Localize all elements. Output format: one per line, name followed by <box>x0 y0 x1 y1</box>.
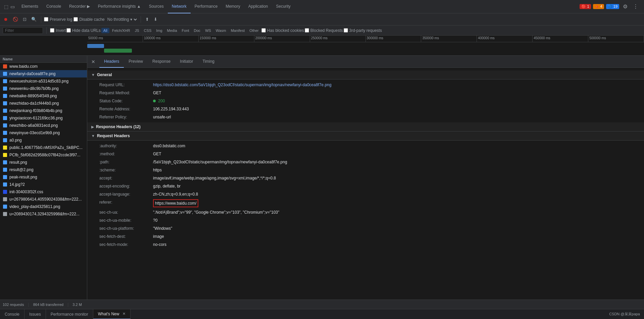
filter-btn-css[interactable]: CSS <box>142 28 154 33</box>
list-item[interactable]: a0.png <box>0 137 87 144</box>
list-item[interactable]: video_play-dad4325811.png <box>0 203 87 210</box>
list-item[interactable]: public.1.406775b0.nMSXPaZu_SkBPC... <box>0 144 87 151</box>
right-icons: 🔴 1 🔺 4 🔵 19 ⚙ ⋮ <box>577 2 643 11</box>
search-btn[interactable]: 🔍 <box>30 16 38 23</box>
close-tab-btn[interactable]: ✕ <box>122 312 126 316</box>
filter-input[interactable] <box>3 27 43 34</box>
close-detail-btn[interactable]: ✕ <box>90 58 97 66</box>
status-code-val: 200 <box>153 98 165 104</box>
filter-btn-font[interactable]: Font <box>180 28 191 33</box>
list-item[interactable]: PCfb_5bf082d29588c07f842ccde3f97... <box>0 151 87 159</box>
device-icon[interactable]: ▭ <box>10 4 15 9</box>
list-item[interactable]: newxueshuicon-a5314d5c83.png <box>0 77 87 85</box>
filter-btn-other[interactable]: Other <box>247 28 261 33</box>
settings-icon[interactable]: ⚙ <box>621 2 629 11</box>
detail-tab-preview[interactable]: Preview <box>124 56 148 68</box>
tab-sources[interactable]: Sources <box>145 0 168 13</box>
detail-tab-timing[interactable]: Timing <box>198 56 219 68</box>
tab-recorder--[interactable]: Recorder ▶ <box>65 0 94 13</box>
tab-performance[interactable]: Performance <box>191 0 222 13</box>
list-item[interactable]: result.png <box>0 159 87 166</box>
timeline-tick: 300000 ms <box>366 36 422 42</box>
header-key: accept-language: <box>99 191 153 197</box>
filter-type-has-blocked-cookies[interactable]: Has blocked cookies <box>261 28 304 33</box>
bottom-tab-performance-monitor[interactable]: Performance monitor <box>46 309 93 319</box>
detail-tab-response[interactable]: Response <box>148 56 175 68</box>
filter-type--rd-party-requests[interactable]: 3rd-party requests <box>344 28 382 33</box>
tab-lighthouse[interactable]: Lighthouse <box>295 0 297 13</box>
list-item[interactable]: peak-result.png <box>0 173 87 181</box>
list-item[interactable]: newzhidao-da1cf444b0.png <box>0 100 87 107</box>
preserve-log-checkbox[interactable] <box>44 17 48 21</box>
png-icon <box>3 160 7 164</box>
header-val: /5aV1bjqh_Q23odCf/static/superman/img/to… <box>153 159 287 165</box>
filter-btn-img[interactable]: Img <box>154 28 164 33</box>
filter-btn[interactable]: ⊡ <box>21 16 28 23</box>
request-headers-section-header[interactable]: ▼ Request Headers <box>87 131 644 141</box>
tab-memory[interactable]: Memory <box>221 0 244 13</box>
list-item[interactable]: result@2.png <box>0 166 87 173</box>
bottom-tab-issues[interactable]: Issues <box>24 309 46 319</box>
list-item[interactable]: newfanyi-da0cea8f7e.png <box>0 70 87 77</box>
list-item[interactable]: u=2089430174,3294325998&fm=222... <box>0 210 87 218</box>
filter-btn-fetch/xhr[interactable]: Fetch/XHR <box>110 28 132 33</box>
file-name: newzhidao-da1cf444b0.png <box>9 101 84 106</box>
tab-console[interactable]: Console <box>42 0 65 13</box>
header-val: GET <box>153 151 161 157</box>
file-name: init-304003f32f.css <box>9 190 84 194</box>
file-list: Name www.baidu.comnewfanyi-da0cea8f7e.pn… <box>0 56 87 300</box>
filter-btn-all[interactable]: All <box>101 28 109 33</box>
list-item[interactable]: newjiankang-f03b804b4b.png <box>0 107 87 114</box>
filter-btn-manifest[interactable]: Manifest <box>229 28 247 33</box>
tab-network[interactable]: Network <box>168 0 191 13</box>
request-url-val[interactable]: https://dss0.bdstatic.com/5aV1bjqh_Q23od… <box>153 82 332 88</box>
record-btn[interactable]: ⏺ <box>2 16 10 23</box>
tab-elements[interactable]: Elements <box>17 0 42 13</box>
list-item[interactable]: yingxiaoicon-612169cc36.png <box>0 114 87 122</box>
detail-tab-headers[interactable]: Headers <box>99 56 124 68</box>
timeline-tick: 250000 ms <box>310 36 366 42</box>
list-item[interactable]: newwenku-d8c9b7b0fb.png <box>0 85 87 92</box>
list-item[interactable]: newyinyue-03ecd1e9b9.png <box>0 129 87 137</box>
filter-btn-ws[interactable]: WS <box>203 28 213 33</box>
bottom-tab-console[interactable]: Console <box>0 309 24 319</box>
filter-btn-media[interactable]: Media <box>165 28 179 33</box>
html-icon <box>3 64 7 68</box>
filter-type-blocked-requests[interactable]: Blocked Requests <box>305 28 343 33</box>
preserve-log-label[interactable]: Preserve log <box>44 17 72 22</box>
disable-cache-checkbox[interactable] <box>73 17 78 21</box>
clear-btn[interactable]: 🚫 <box>11 16 20 23</box>
general-section-header[interactable]: ▼ General <box>87 70 644 79</box>
status-code-key: Status Code: <box>99 98 153 104</box>
upload-btn[interactable]: ⬆ <box>144 16 151 23</box>
filter-btn-wasm[interactable]: Wasm <box>214 28 228 33</box>
disable-cache-label[interactable]: Disable cache <box>73 17 104 22</box>
filter-type-invert[interactable]: Invert <box>50 28 66 33</box>
download-btn[interactable]: ⬇ <box>152 16 159 23</box>
list-item[interactable]: newbaike-889054f349.png <box>0 92 87 100</box>
header-val: "Windows" <box>153 225 172 231</box>
list-item[interactable]: u=2679806414,40559024338&fm=222... <box>0 196 87 203</box>
file-name: a0.png <box>9 138 84 143</box>
response-headers-section-header[interactable]: ▶ Response Headers (12) <box>87 122 644 131</box>
png-icon <box>3 109 7 113</box>
tab-security[interactable]: Security <box>272 0 295 13</box>
tab-application[interactable]: Application <box>244 0 272 13</box>
bottom-tab-what-s-new[interactable]: What's New✕ <box>93 309 131 319</box>
list-item[interactable]: newzhibo-a6a0831ecd.png <box>0 122 87 129</box>
detail-content: ▼ General Request URL: https://dss0.bdst… <box>87 68 644 300</box>
more-icon[interactable]: ⋮ <box>631 2 640 11</box>
filter-type-hide-data-urls[interactable]: Hide data URLs <box>66 28 101 33</box>
filter-btn-js[interactable]: JS <box>133 28 141 33</box>
tab-performance-insights--[interactable]: Performance insights ▲ <box>94 0 145 13</box>
throttle-select[interactable]: No throttling ▾ Fast 3G Slow 3G <box>106 17 138 22</box>
list-item[interactable]: init-304003f32f.css <box>0 188 87 196</box>
filter-btn-doc[interactable]: Doc <box>192 28 203 33</box>
list-item[interactable]: www.baidu.com <box>0 63 87 70</box>
inspect-icon[interactable]: ⬚ <box>4 4 8 9</box>
png-icon <box>3 182 7 187</box>
js-icon <box>3 146 7 150</box>
list-item[interactable]: 14.jpg?2 <box>0 181 87 188</box>
detail-tab-initiator[interactable]: Initiator <box>175 56 198 68</box>
png-icon <box>3 79 7 83</box>
